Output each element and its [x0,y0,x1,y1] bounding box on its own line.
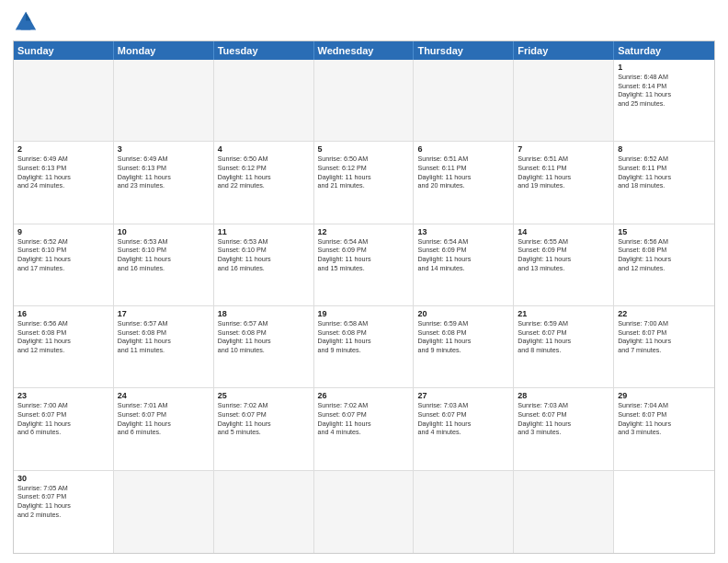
day-number: 30 [17,474,109,483]
day-number: 21 [518,309,609,318]
calendar-cell: 21Sunrise: 6:59 AM Sunset: 6:07 PM Dayli… [514,306,614,388]
day-info: Sunrise: 7:00 AM Sunset: 6:07 PM Dayligh… [17,401,109,437]
calendar-cell: 7Sunrise: 6:51 AM Sunset: 6:11 PM Daylig… [514,142,614,224]
logo-icon [13,9,39,35]
calendar-cell: 11Sunrise: 6:53 AM Sunset: 6:10 PM Dayli… [214,224,314,306]
day-info: Sunrise: 6:59 AM Sunset: 6:07 PM Dayligh… [518,319,609,355]
day-info: Sunrise: 7:03 AM Sunset: 6:07 PM Dayligh… [518,401,609,437]
day-info: Sunrise: 6:51 AM Sunset: 6:11 PM Dayligh… [417,155,509,190]
calendar-cell: 14Sunrise: 6:55 AM Sunset: 6:09 PM Dayli… [514,224,614,306]
day-number: 7 [518,144,609,154]
calendar-cell [414,60,514,142]
day-info: Sunrise: 6:55 AM Sunset: 6:09 PM Dayligh… [518,237,609,273]
day-number: 10 [118,227,210,236]
header [13,9,715,35]
calendar-cell: 4Sunrise: 6:50 AM Sunset: 6:12 PM Daylig… [214,142,314,224]
day-number: 13 [417,227,509,236]
calendar-cell: 27Sunrise: 7:03 AM Sunset: 6:07 PM Dayli… [414,388,514,470]
calendar-cell [514,60,614,142]
day-info: Sunrise: 6:57 AM Sunset: 6:08 PM Dayligh… [218,319,310,355]
day-info: Sunrise: 7:02 AM Sunset: 6:07 PM Dayligh… [218,401,310,437]
day-info: Sunrise: 7:01 AM Sunset: 6:07 PM Dayligh… [118,401,210,437]
calendar-cell: 17Sunrise: 6:57 AM Sunset: 6:08 PM Dayli… [114,306,214,388]
day-number: 2 [17,144,109,154]
day-header-monday: Monday [114,41,214,60]
day-number: 20 [417,309,509,318]
day-info: Sunrise: 6:57 AM Sunset: 6:08 PM Dayligh… [118,319,210,355]
calendar-cell [314,471,415,553]
day-number: 18 [218,309,310,318]
day-info: Sunrise: 6:54 AM Sunset: 6:09 PM Dayligh… [318,237,410,273]
svg-marker-1 [26,12,31,21]
day-info: Sunrise: 7:02 AM Sunset: 6:07 PM Dayligh… [318,401,410,437]
day-info: Sunrise: 6:54 AM Sunset: 6:09 PM Dayligh… [417,237,509,273]
day-number: 16 [17,309,109,318]
day-number: 1 [618,63,711,72]
calendar-cell: 24Sunrise: 7:01 AM Sunset: 6:07 PM Dayli… [114,388,214,470]
day-number: 22 [618,309,711,318]
day-number: 14 [518,227,609,236]
calendar-cell: 30Sunrise: 7:05 AM Sunset: 6:07 PM Dayli… [14,471,114,553]
calendar-cell: 9Sunrise: 6:52 AM Sunset: 6:10 PM Daylig… [14,224,114,306]
calendar-cell: 23Sunrise: 7:00 AM Sunset: 6:07 PM Dayli… [14,388,114,470]
day-number: 26 [318,391,410,400]
day-number: 9 [17,227,109,236]
day-number: 12 [318,227,410,236]
logo [13,9,42,35]
calendar-cell [114,471,214,553]
day-info: Sunrise: 7:03 AM Sunset: 6:07 PM Dayligh… [417,401,509,437]
day-number: 29 [618,391,711,400]
calendar-cell: 22Sunrise: 7:00 AM Sunset: 6:07 PM Dayli… [614,306,714,388]
calendar-cell: 5Sunrise: 6:50 AM Sunset: 6:12 PM Daylig… [314,142,415,224]
day-info: Sunrise: 6:56 AM Sunset: 6:08 PM Dayligh… [17,319,109,355]
day-number: 3 [118,144,210,154]
day-number: 11 [218,227,310,236]
day-number: 4 [218,144,310,154]
calendar-cell: 18Sunrise: 6:57 AM Sunset: 6:08 PM Dayli… [214,306,314,388]
calendar-cell [214,60,314,142]
day-header-tuesday: Tuesday [214,41,314,60]
calendar-cell: 10Sunrise: 6:53 AM Sunset: 6:10 PM Dayli… [114,224,214,306]
day-info: Sunrise: 7:04 AM Sunset: 6:07 PM Dayligh… [618,401,711,437]
calendar-cell: 20Sunrise: 6:59 AM Sunset: 6:08 PM Dayli… [414,306,514,388]
calendar-cell: 19Sunrise: 6:58 AM Sunset: 6:08 PM Dayli… [314,306,415,388]
calendar-cell: 29Sunrise: 7:04 AM Sunset: 6:07 PM Dayli… [614,388,714,470]
day-header-wednesday: Wednesday [314,41,415,60]
calendar-cell [514,471,614,553]
day-info: Sunrise: 6:50 AM Sunset: 6:12 PM Dayligh… [318,155,410,190]
day-info: Sunrise: 6:49 AM Sunset: 6:13 PM Dayligh… [17,155,109,190]
day-number: 27 [417,391,509,400]
svg-rect-2 [20,26,30,29]
calendar-cell: 28Sunrise: 7:03 AM Sunset: 6:07 PM Dayli… [514,388,614,470]
day-number: 17 [118,309,210,318]
day-header-saturday: Saturday [614,41,714,60]
calendar-cell: 13Sunrise: 6:54 AM Sunset: 6:09 PM Dayli… [414,224,514,306]
calendar: SundayMondayTuesdayWednesdayThursdayFrid… [13,40,715,554]
day-info: Sunrise: 6:53 AM Sunset: 6:10 PM Dayligh… [118,237,210,273]
calendar-cell: 8Sunrise: 6:52 AM Sunset: 6:11 PM Daylig… [614,142,714,224]
day-info: Sunrise: 6:51 AM Sunset: 6:11 PM Dayligh… [518,155,609,190]
day-number: 6 [417,144,509,154]
calendar-cell: 15Sunrise: 6:56 AM Sunset: 6:08 PM Dayli… [614,224,714,306]
calendar-cell [14,60,114,142]
day-info: Sunrise: 7:00 AM Sunset: 6:07 PM Dayligh… [618,319,711,355]
calendar-cell [214,471,314,553]
page: SundayMondayTuesdayWednesdayThursdayFrid… [0,0,728,563]
calendar-cell: 1Sunrise: 6:48 AM Sunset: 6:14 PM Daylig… [614,60,714,142]
calendar-cell: 3Sunrise: 6:49 AM Sunset: 6:13 PM Daylig… [114,142,214,224]
calendar-cell: 12Sunrise: 6:54 AM Sunset: 6:09 PM Dayli… [314,224,415,306]
day-number: 24 [118,391,210,400]
day-header-friday: Friday [514,41,614,60]
day-info: Sunrise: 6:53 AM Sunset: 6:10 PM Dayligh… [218,237,310,273]
day-info: Sunrise: 6:50 AM Sunset: 6:12 PM Dayligh… [218,155,310,190]
calendar-grid: 1Sunrise: 6:48 AM Sunset: 6:14 PM Daylig… [14,60,714,553]
day-number: 15 [618,227,711,236]
day-number: 23 [17,391,109,400]
calendar-cell [414,471,514,553]
day-number: 19 [318,309,410,318]
calendar-cell [114,60,214,142]
day-number: 5 [318,144,410,154]
calendar-cell [314,60,415,142]
calendar-cell: 16Sunrise: 6:56 AM Sunset: 6:08 PM Dayli… [14,306,114,388]
day-info: Sunrise: 6:59 AM Sunset: 6:08 PM Dayligh… [417,319,509,355]
